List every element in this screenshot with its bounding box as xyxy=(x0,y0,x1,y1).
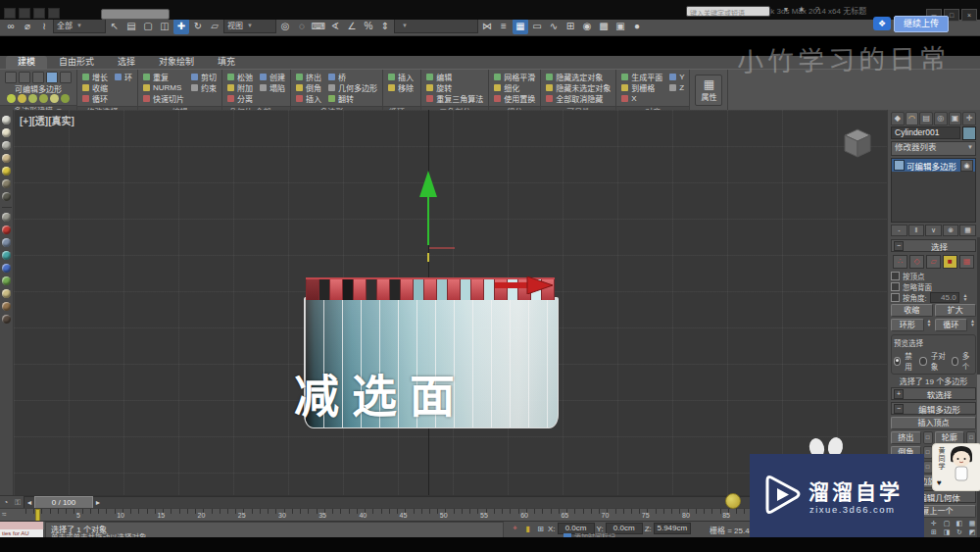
spinner-snap-icon[interactable]: ⇕ xyxy=(377,19,393,34)
collapse-icon[interactable]: − xyxy=(894,241,904,251)
absolute-mode-icon[interactable]: ⊞ xyxy=(535,525,546,533)
unselected-face[interactable] xyxy=(390,279,400,300)
select-object-icon[interactable]: ↖ xyxy=(107,19,122,34)
redo-icon[interactable] xyxy=(48,8,60,19)
ribbon-item-align-2[interactable]: X xyxy=(621,94,662,103)
app-logo-icon[interactable] xyxy=(4,8,16,19)
preview-radio-2[interactable] xyxy=(952,357,958,366)
viewport-label[interactable]: [+][透][真实] xyxy=(20,113,74,127)
unselected-face[interactable] xyxy=(414,279,423,300)
editpoly-button-挤出[interactable]: 挤出 xyxy=(891,431,921,444)
mini-listener-icon[interactable]: ◔ xyxy=(0,497,12,508)
upload-button[interactable]: 继续上传 xyxy=(894,16,949,32)
subobject-button-3[interactable]: ■ xyxy=(943,255,957,269)
next-frame-icon[interactable]: ► xyxy=(93,499,103,506)
infocenter-search-input[interactable]: 键入关键字或短语 xyxy=(686,6,770,17)
collapse-icon[interactable]: − xyxy=(894,404,904,414)
ribbon-subobj-icon-1[interactable] xyxy=(19,72,30,83)
key-mode-icon[interactable]: ⚿ xyxy=(12,497,24,508)
script-sphere-icon-9[interactable] xyxy=(2,238,11,247)
ribbon-item-edit-0[interactable]: 重复 xyxy=(143,72,184,82)
poly-tool-icon-1[interactable] xyxy=(18,94,26,103)
stack-tool-3[interactable]: ⊗ xyxy=(943,225,959,236)
command-panel-tab-1[interactable]: ◠ xyxy=(906,112,919,125)
unselected-face[interactable] xyxy=(437,279,447,300)
ribbon-tab-2[interactable]: 选择 xyxy=(106,56,147,69)
script-sphere-icon-8[interactable] xyxy=(2,226,11,234)
ribbon-item-loops-1[interactable]: 移除 xyxy=(388,82,416,93)
unselected-face[interactable] xyxy=(367,279,376,300)
ribbon-item-edit-1[interactable]: NURMS xyxy=(143,83,184,92)
ribbon-item-geometry-all-1[interactable]: 附加 xyxy=(227,82,253,93)
ribbon-item-geometry-all-4[interactable]: 塌陷 xyxy=(260,82,285,93)
script-sphere-icon-10[interactable] xyxy=(2,251,11,260)
z-coord-field[interactable]: 5.949cm xyxy=(654,523,691,534)
settings-button[interactable]: □ xyxy=(923,461,933,474)
ribbon-item-geometry-all-2[interactable]: 分离 xyxy=(227,93,253,104)
ribbon-item-visibility-0[interactable]: 隐藏选定对象 xyxy=(546,72,611,82)
by-vertex-checkbox[interactable] xyxy=(891,272,900,280)
ring-button[interactable]: 环形 xyxy=(891,319,924,331)
script-sphere-icon-0[interactable] xyxy=(2,116,11,125)
script-sphere-icon-11[interactable] xyxy=(2,264,11,273)
command-panel-tab-0[interactable]: ◆ xyxy=(891,112,905,125)
ribbon-item-modify-selection-2[interactable]: 循环 xyxy=(82,93,108,104)
poly-tool-icon-4[interactable] xyxy=(50,94,59,103)
stack-tool-4[interactable]: ▦ xyxy=(959,225,976,236)
settings-button[interactable]: □ xyxy=(923,431,933,444)
ribbon-item-loops-0[interactable]: 插入 xyxy=(388,72,416,82)
rollout-selection[interactable]: − 选择 xyxy=(891,239,976,252)
script-sphere-icon-4[interactable] xyxy=(2,167,11,176)
poly-tool-icon-3[interactable] xyxy=(39,94,48,103)
ignore-backfacing-checkbox[interactable] xyxy=(891,282,900,291)
settings-button[interactable]: □ xyxy=(923,446,933,459)
ribbon-item-align-0[interactable]: 生成平面 xyxy=(621,72,662,82)
selected-face[interactable] xyxy=(400,279,414,300)
select-and-move-icon[interactable]: ✚ xyxy=(173,19,189,34)
ribbon-item-tris-0[interactable]: 编辑 xyxy=(426,72,483,82)
snap-3d-icon[interactable]: ∢ xyxy=(327,19,343,34)
recorder-app-icon[interactable]: ❖ xyxy=(873,17,891,30)
angle-value-field[interactable]: 45.0 xyxy=(930,292,959,303)
nav-icon-6[interactable]: ↻ xyxy=(954,528,965,536)
modifier-list-dropdown[interactable]: 修改器列表▼ xyxy=(891,141,976,156)
ribbon-item-align-1[interactable]: 到栅格 xyxy=(621,82,662,93)
poly-tool-icon-2[interactable] xyxy=(28,94,37,103)
mini-curve-editor-icon[interactable]: ≈ xyxy=(2,510,6,519)
ribbon-item-edit-2[interactable]: 快速切片 xyxy=(143,93,184,104)
expand-icon[interactable]: + xyxy=(894,389,904,399)
ribbon-tab-4[interactable]: 填充 xyxy=(206,56,247,69)
ribbon-item-visibility-2[interactable]: 全部取消隐藏 xyxy=(546,93,611,104)
unselected-face[interactable] xyxy=(343,279,353,300)
ribbon-item-visibility-1[interactable]: 隐藏未选定对象 xyxy=(546,82,611,93)
align-icon[interactable]: ≡ xyxy=(496,19,512,34)
object-color-swatch[interactable] xyxy=(962,126,976,140)
rollout-edit-polygons[interactable]: − 编辑多边形 xyxy=(891,402,976,415)
infocenter-icons[interactable]: ▾ ★ ? xyxy=(784,5,823,14)
script-sphere-icon-7[interactable] xyxy=(2,213,11,222)
script-sphere-icon-5[interactable] xyxy=(2,179,11,188)
ribbon-subobj-icon-0[interactable] xyxy=(5,72,17,83)
rectangular-selection-icon[interactable]: ▢ xyxy=(140,19,156,34)
prev-frame-icon[interactable]: ◄ xyxy=(24,499,34,506)
shrink-button[interactable]: 收缩 xyxy=(891,304,933,317)
close-button[interactable]: × xyxy=(961,9,977,22)
nav-icon-1[interactable]: ▢ xyxy=(941,520,953,527)
ribbon-item-tris-1[interactable]: 旋转 xyxy=(426,82,483,93)
ribbon-item-polygons-5[interactable]: 翻转 xyxy=(328,93,377,104)
ribbon-subobj-icon-2[interactable] xyxy=(32,72,44,83)
script-sphere-icon-15[interactable] xyxy=(2,315,11,324)
preview-radio-1[interactable] xyxy=(919,357,926,366)
ribbon-item-subdivision-1[interactable]: 细化 xyxy=(494,82,535,93)
nav-icon-3[interactable]: ▦ xyxy=(966,520,978,527)
rollout-soft-selection[interactable]: + 软选择 xyxy=(891,387,976,400)
render-setup-icon[interactable]: ▩ xyxy=(596,19,612,34)
workspace-dropdown[interactable] xyxy=(101,9,170,20)
unselected-face[interactable] xyxy=(461,279,470,300)
ribbon-item-polygons-0[interactable]: 挤出 xyxy=(296,72,321,82)
reference-coordinate-dropdown[interactable]: 视图▼ xyxy=(223,19,276,33)
unselected-face[interactable] xyxy=(319,279,329,300)
selected-face[interactable] xyxy=(353,279,367,300)
isolate-icon[interactable]: ⌖ xyxy=(510,524,520,533)
angle-snap-icon[interactable]: ∠ xyxy=(344,19,360,34)
